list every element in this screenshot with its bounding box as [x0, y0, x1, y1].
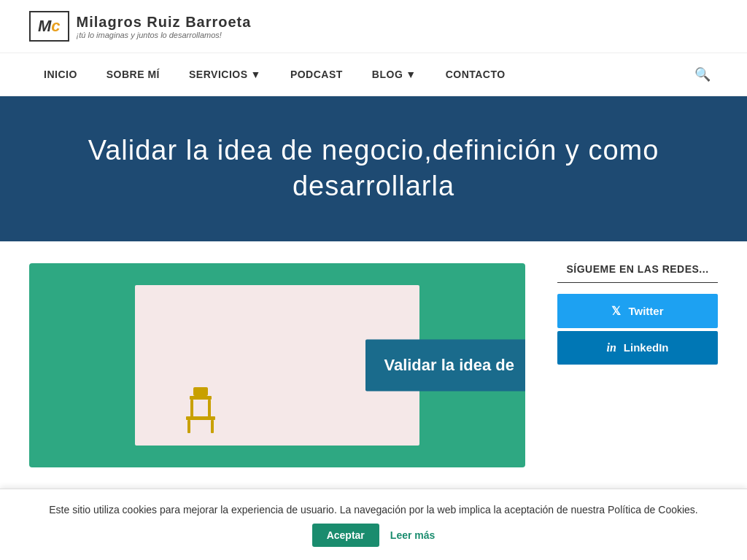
article-image-overlay-text: Validar la idea de: [365, 339, 525, 391]
nav-item-servicios[interactable]: SERVICIOS ▼: [174, 55, 276, 93]
svg-rect-3: [208, 400, 211, 418]
logo-name: Milagros Ruiz Barroeta: [77, 14, 252, 31]
logo[interactable]: Mc Milagros Ruiz Barroeta ¡tú lo imagina…: [29, 11, 251, 42]
svg-rect-5: [187, 420, 190, 433]
hero-banner: Validar la idea de negocio,definición y …: [0, 96, 747, 241]
nav-item-podcast[interactable]: PODCAST: [276, 55, 357, 93]
article-image: Validar la idea de: [29, 263, 525, 467]
svg-rect-6: [211, 420, 214, 433]
twitter-icon: 𝕏: [611, 304, 621, 318]
svg-rect-0: [193, 387, 208, 396]
twitter-label: Twitter: [628, 305, 663, 317]
nav-item-contacto[interactable]: CONTACTO: [431, 55, 520, 93]
nav-item-sobre[interactable]: SOBRE MÍ: [92, 55, 174, 93]
hero-title: Validar la idea de negocio,definición y …: [45, 133, 702, 205]
nav-item-inicio[interactable]: INICIO: [29, 55, 92, 93]
chair-illustration: [179, 384, 222, 442]
cookie-banner: Este sitio utiliza cookies para mejorar …: [0, 489, 747, 489]
nav-item-blog[interactable]: BLOG ▼: [357, 55, 431, 93]
article-area: Validar la idea de: [29, 263, 535, 467]
linkedin-button[interactable]: in LinkedIn: [557, 331, 718, 365]
svg-rect-2: [190, 400, 193, 418]
search-icon[interactable]: 🔍: [687, 53, 718, 96]
logo-letters: Mc: [38, 17, 61, 36]
site-header: Mc Milagros Ruiz Barroeta ¡tú lo imagina…: [0, 0, 747, 53]
twitter-button[interactable]: 𝕏 Twitter: [557, 294, 718, 328]
linkedin-label: LinkedIn: [624, 341, 669, 354]
chevron-down-icon: ▼: [251, 69, 261, 80]
logo-tagline: ¡tú lo imaginas y juntos lo desarrollamo…: [77, 31, 252, 39]
logo-box: Mc: [29, 11, 69, 42]
sidebar: SÍGUEME EN LAS REDES... 𝕏 Twitter in Lin…: [557, 263, 718, 368]
svg-rect-1: [190, 396, 212, 400]
linkedin-icon: in: [606, 341, 616, 354]
svg-rect-4: [186, 416, 215, 420]
main-nav: INICIO SOBRE MÍ SERVICIOS ▼ PODCAST BLOG…: [0, 53, 747, 96]
logo-text-block: Milagros Ruiz Barroeta ¡tú lo imaginas y…: [77, 14, 252, 39]
sidebar-section-title: SÍGUEME EN LAS REDES...: [557, 263, 718, 283]
chevron-down-icon: ▼: [406, 69, 416, 80]
main-content: Validar la idea de SÍGUEME EN LAS REDES.…: [0, 241, 747, 489]
